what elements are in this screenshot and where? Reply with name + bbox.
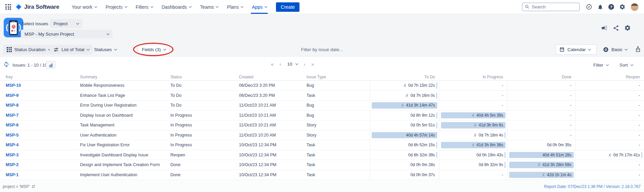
project-select[interactable]: MSP - My Scrum Project [21, 30, 113, 38]
table-row: MSP-5User AuthenticationIn Progress11/Oc… [0, 130, 644, 141]
notifications-bell-icon[interactable] [597, 4, 603, 10]
fields-dropdown[interactable]: Fields (3) [138, 45, 170, 54]
issue-key-link[interactable]: MSP-7 [6, 113, 80, 118]
duration-cell-done: 42d 1h 1m 4s [507, 170, 575, 180]
nav-item-plans[interactable]: Plans [223, 0, 247, 14]
megaphone-icon[interactable] [601, 25, 608, 31]
duration-cell-reopen: - [575, 170, 644, 180]
duration-value: - [639, 162, 640, 167]
user-avatar[interactable] [631, 3, 639, 11]
created-cell: 10/Oct/23 12:34 PM [239, 162, 307, 167]
nav-item-filters[interactable]: Filters [131, 0, 157, 14]
help-icon[interactable] [608, 4, 614, 10]
duration-cell-reopen: - [575, 91, 644, 101]
issue-type-cell: Bug [307, 103, 370, 108]
create-button[interactable]: Create [276, 2, 299, 12]
view-mode-dropdown[interactable]: List of Total [50, 45, 93, 54]
duration-cell-done: 40d 4h 51m 28s [507, 150, 575, 160]
column-header-created[interactable]: Created [239, 75, 307, 79]
filter-dropdown[interactable]: Filter [593, 63, 608, 68]
search-input[interactable] [522, 3, 580, 11]
table-row: MSP-2Design and Implement Task Creation … [0, 160, 644, 170]
duration-value: - [570, 123, 571, 127]
summary-cell: Implement User Authentication [80, 172, 170, 177]
duration-cell-to-do: 0d 6h 32m 39s [370, 150, 439, 160]
nav-item-teams[interactable]: Teams [196, 0, 223, 14]
status-cell: In Progress [170, 123, 239, 127]
nav-item-apps[interactable]: Apps [247, 0, 271, 14]
status-cell: To Do [170, 83, 239, 88]
page-size-select[interactable]: 10 [287, 62, 297, 67]
nav-item-projects[interactable]: Projects [101, 0, 131, 14]
chevron-down-icon [606, 63, 609, 66]
share-icon[interactable] [613, 25, 619, 31]
issue-key-link[interactable]: MSP-5 [6, 133, 80, 138]
duration-value: - [502, 83, 503, 88]
calendar-icon [559, 47, 565, 52]
duration-value: 0d 0h 0m 35s [547, 143, 571, 147]
jira-logo[interactable]: Jira Software [15, 4, 59, 10]
chevron-down-icon [87, 48, 89, 50]
summary-cell: Design and Implement Task Creation Form [80, 162, 170, 167]
external-link-icon[interactable] [31, 185, 35, 189]
calendar-dropdown[interactable]: Calendar [556, 44, 597, 54]
created-cell: 11/Oct/23 10:21 AM [239, 113, 307, 118]
duration-cell-done: - [507, 111, 575, 120]
report-settings-gear-icon[interactable] [624, 25, 631, 31]
export-icon[interactable] [635, 46, 641, 54]
column-header-done[interactable]: Done [507, 75, 575, 79]
issue-source-select[interactable]: Project [50, 19, 82, 28]
issue-key-link[interactable]: MSP-10 [6, 83, 80, 88]
settings-gear-icon[interactable] [619, 4, 626, 10]
duration-cell-done: - [507, 91, 575, 101]
ring-left-decoration: ( [6, 24, 8, 31]
issue-key-link[interactable]: MSP-2 [6, 162, 80, 167]
duration-value: 0d 0h 0m 28s [410, 162, 435, 167]
app-switcher-icon[interactable] [5, 4, 11, 10]
refresh-icon[interactable] [3, 61, 9, 68]
nav-item-your-work[interactable]: Your work [67, 0, 101, 14]
issue-key-link[interactable]: MSP-9 [6, 93, 80, 98]
duration-cell-in-progress: 40d 4h 5m 39s [439, 111, 507, 120]
statuses-dropdown[interactable]: Statuses [94, 45, 117, 54]
duration-value: - [502, 103, 503, 108]
duration-cell-to-do: 0d 7h 16m 0s [370, 91, 439, 101]
issue-key-link[interactable]: MSP-3 [6, 153, 80, 157]
column-header-key[interactable]: Key [6, 75, 80, 79]
issue-key-link[interactable]: MSP-1 [6, 172, 80, 177]
duration-value: - [639, 143, 640, 147]
discover-icon[interactable] [586, 4, 592, 10]
pagination-first-button[interactable]: « [271, 62, 274, 67]
column-header-in-progress[interactable]: In Progress [439, 75, 507, 79]
bar-chart-icon[interactable] [46, 61, 55, 69]
issue-key-link[interactable]: MSP-4 [6, 143, 80, 147]
duration-cell-done: 0d 0h 0m 35s [507, 140, 575, 150]
pagination-prev-button[interactable]: ‹ [280, 62, 281, 67]
column-header-status[interactable]: Status [170, 75, 239, 79]
pagination-next-button[interactable]: › [304, 62, 306, 67]
column-header-to-do[interactable]: To Do [370, 75, 439, 79]
runner-icon [471, 113, 475, 117]
detail-level-dropdown[interactable]: Basic [603, 45, 627, 54]
chevron-down-icon [216, 5, 218, 8]
report-type-dropdown[interactable]: Status Duration [3, 45, 54, 54]
duration-cell-in-progress: - [439, 170, 507, 180]
duration-value: - [570, 113, 571, 118]
top-navigation: Jira Software Your workProjectsFiltersDa… [0, 0, 644, 14]
column-header-summary[interactable]: Summary [80, 75, 170, 79]
issue-key-link[interactable]: MSP-8 [6, 103, 80, 108]
issue-date-filter[interactable]: Filter by issue date... [255, 45, 389, 54]
column-header-issue-type[interactable]: Issue Type [307, 75, 370, 79]
status-cell: To Do [170, 103, 239, 108]
duration-cell-to-do: 0d 0h 5m 51s [370, 120, 439, 130]
summary-cell: Task Management [80, 123, 170, 127]
sort-dropdown[interactable]: Sort [619, 63, 633, 68]
runner-icon [471, 143, 475, 147]
nav-item-dashboards[interactable]: Dashboards [157, 0, 196, 14]
pagination-last-button[interactable]: » [311, 62, 314, 67]
status-cell: In Progress [170, 143, 239, 147]
issue-key-link[interactable]: MSP-6 [6, 123, 80, 127]
column-header-reopen[interactable]: Reopen [575, 75, 644, 79]
report-info: Report Date: 07/Dec/23 1:36 PM / Version… [544, 184, 641, 189]
duration-cell-in-progress: - [439, 91, 507, 101]
